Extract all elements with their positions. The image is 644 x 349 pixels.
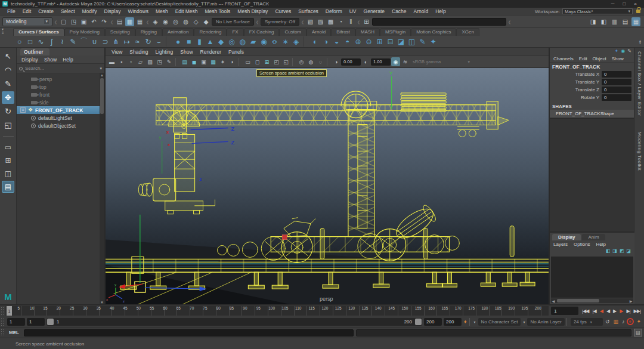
mel-input-field[interactable] <box>24 329 354 336</box>
outliner-item-persp[interactable]: persp <box>17 75 104 83</box>
shelf-tab-arnold[interactable]: Arnold <box>306 28 331 36</box>
shape-node-row[interactable]: FRONT_OF_TRACKShape <box>550 110 634 117</box>
shelf-tab-poly-modeling[interactable]: Poly Modeling <box>64 28 105 36</box>
xray-icon[interactable]: ◍ <box>306 57 315 66</box>
range-slider-grip[interactable] <box>1 317 5 326</box>
search-input[interactable]: Search... <box>25 66 97 71</box>
channel-value-field[interactable]: 0 <box>602 71 631 78</box>
exposure-field[interactable]: 0.00 <box>341 58 361 66</box>
shelf-options[interactable]: ▾≡ <box>2 28 4 35</box>
menu-uv[interactable]: UV <box>346 8 360 16</box>
step-forward-frame-button[interactable]: ▶| <box>625 308 631 314</box>
poly-helix-icon[interactable]: ≎ <box>270 36 280 47</box>
right-tab-modeling-toolkit[interactable]: Modeling Toolkit <box>637 132 642 171</box>
insert-knot-icon[interactable]: ⋔ <box>111 36 121 47</box>
shelf-tab-animation[interactable]: Animation <box>162 28 194 36</box>
pause-viewport-icon[interactable]: ‖ <box>346 17 355 26</box>
range-slider[interactable]: 1 200 <box>47 318 422 326</box>
ipr-render-icon[interactable]: ▩ <box>326 17 335 26</box>
boolean-union-icon[interactable]: ⊕ <box>353 36 363 47</box>
current-frame-field[interactable]: 1 <box>551 307 578 315</box>
tool-settings-toggle[interactable]: ◧ <box>599 17 608 26</box>
select-object-icon[interactable]: ▥ <box>125 17 134 26</box>
outliner-scrollbar[interactable]: ▲ ▼ <box>100 73 104 304</box>
menu-set-dropdown[interactable]: Modeling▾ <box>2 17 52 26</box>
poly-disc-icon[interactable]: ◍ <box>237 36 247 47</box>
anim-layer-menu-icon[interactable]: ▾ <box>522 320 525 324</box>
film-gate-icon[interactable]: ◻ <box>253 57 262 66</box>
auto-projection-icon[interactable]: ◒ <box>332 36 342 47</box>
shelf-tab-bifrost[interactable]: Bifrost <box>331 28 355 36</box>
panel-menu-shading[interactable]: Shading <box>126 49 151 55</box>
anim-layer-dropdown[interactable]: No Anim Layer <box>527 318 564 326</box>
bevel-icon[interactable]: ◪ <box>396 36 406 47</box>
loop-mode-icon[interactable]: ↺ <box>605 319 611 325</box>
playback-end-field[interactable]: 200 <box>424 318 442 326</box>
shelf-tab-rendering[interactable]: Rendering <box>194 28 227 36</box>
search-filter-dropdown-icon[interactable]: ▾ <box>100 66 102 71</box>
grease-pencil-icon[interactable]: ✎ <box>165 57 174 66</box>
viewport-canvas[interactable]: Screen space ambient occlusion <box>106 68 549 304</box>
render-view-icon[interactable]: ▧ <box>306 17 315 26</box>
animation-start-field[interactable]: 1 <box>7 318 25 326</box>
scrollbar-thumb[interactable] <box>100 78 104 114</box>
scroll-down-icon[interactable]: ▼ <box>100 301 104 304</box>
channel-menu-channels[interactable]: Channels <box>551 56 576 61</box>
outliner-item-front-of-track[interactable]: +❖FRONT_OF_TRACK <box>17 106 104 114</box>
snap-curve-icon[interactable]: ◉ <box>161 17 170 26</box>
poly-sphere-icon[interactable]: ● <box>173 36 183 47</box>
channel-menu-object[interactable]: Object <box>590 56 609 61</box>
shelf-tab-mash[interactable]: MASH <box>355 28 380 36</box>
outliner-item-side[interactable]: side <box>17 98 104 106</box>
command-line-grip[interactable] <box>1 329 5 336</box>
nurbs-circle-icon[interactable]: ○ <box>14 36 24 47</box>
undo-icon[interactable]: ↶ <box>89 17 98 26</box>
menu-cache[interactable]: Cache <box>388 8 410 16</box>
menu-edit[interactable]: Edit <box>19 8 35 16</box>
outliner-item-front[interactable]: front <box>17 91 104 98</box>
save-scene-icon[interactable]: ▣ <box>79 17 88 26</box>
snap-point-icon[interactable]: ◎ <box>171 17 180 26</box>
move-tool[interactable]: ✥ <box>2 91 14 104</box>
scroll-left-icon[interactable]: ◀ <box>551 299 556 303</box>
hypershade-icon[interactable]: ⊞ <box>362 17 371 26</box>
create-override-layer-icon[interactable]: ◩ <box>620 248 624 256</box>
quad-draw-icon[interactable]: ✎ <box>417 36 428 47</box>
step-forward-key-button[interactable]: ▶ <box>618 308 624 314</box>
textured-icon[interactable]: ▣ <box>199 57 208 66</box>
hscroll-thumb[interactable] <box>557 299 599 302</box>
shelf-tab-custom[interactable]: Custom <box>279 28 306 36</box>
playhead[interactable]: 1 <box>7 306 12 316</box>
lasso-select-tool[interactable]: ◠ <box>2 64 14 76</box>
ep-curve-tool-icon[interactable]: ʃ <box>47 36 57 47</box>
character-set-menu-icon[interactable]: ▾ <box>473 320 476 324</box>
ssao-icon[interactable]: ◉ <box>391 57 400 66</box>
redo-icon[interactable]: ↷ <box>100 17 109 26</box>
menu-arnold[interactable]: Arnold <box>410 8 432 16</box>
poly-soccerball-icon[interactable]: ◈ <box>291 36 301 47</box>
create-layer-from-selected-icon[interactable]: ◨ <box>612 248 617 256</box>
select-tool[interactable]: ↖ <box>2 50 14 63</box>
mute-audio-icon[interactable]: ♪ <box>621 319 626 325</box>
menu-file[interactable]: File <box>4 8 19 16</box>
expand-icon[interactable]: + <box>20 107 26 113</box>
menu-select[interactable]: Select <box>57 8 79 16</box>
workspace-dropdown[interactable]: Maya Classic* ▾ <box>562 8 633 14</box>
menu-deform[interactable]: Deform <box>322 8 346 16</box>
menu-curves[interactable]: Curves <box>271 8 295 16</box>
channel-value-field[interactable]: 0 <box>602 94 631 101</box>
go-to-start-button[interactable]: |◀◀ <box>581 308 590 314</box>
layer-menu-help[interactable]: Help <box>594 242 608 247</box>
layer-hscrollbar[interactable]: ◀ ▶ <box>551 298 633 303</box>
panel-menu-lighting[interactable]: Lighting <box>151 49 177 55</box>
make-live-icon[interactable]: ◆ <box>202 17 210 26</box>
select-hierarchy-icon[interactable]: ▤ <box>115 17 124 26</box>
go-to-end-button[interactable]: ▶▶| <box>633 308 642 314</box>
snap-projected-center-icon[interactable]: ◍ <box>181 17 190 26</box>
channel-value-field[interactable]: 0 <box>602 87 631 93</box>
time-slider-grip[interactable] <box>1 307 5 315</box>
sculpt-icon[interactable]: ✦ <box>428 36 438 47</box>
auto-keyframe-button[interactable] <box>627 318 634 325</box>
symmetry-field[interactable]: Symmetry: Off <box>261 18 299 26</box>
sphere-projection-icon[interactable]: ◐ <box>310 36 320 47</box>
